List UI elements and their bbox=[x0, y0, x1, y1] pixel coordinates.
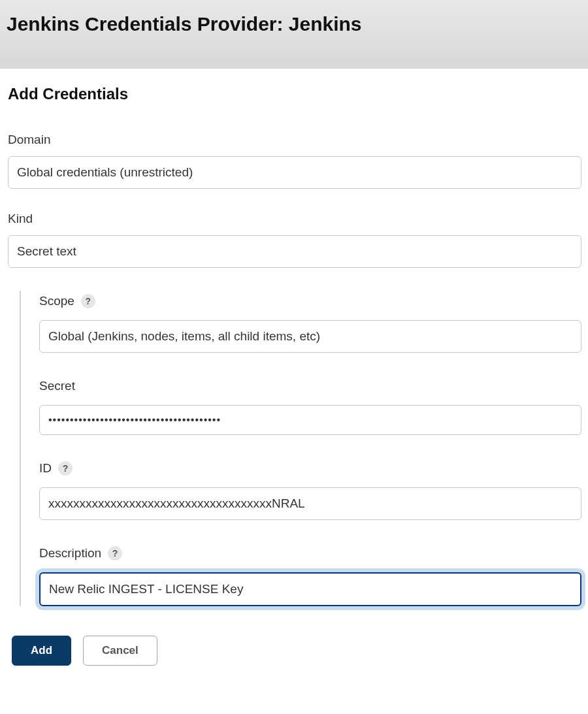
help-icon[interactable]: ? bbox=[81, 294, 95, 308]
secret-field-group: Secret bbox=[39, 379, 581, 435]
id-input[interactable] bbox=[39, 487, 581, 520]
id-field-group: ID ? bbox=[39, 461, 581, 520]
scope-label-row: Scope ? bbox=[39, 294, 581, 308]
domain-label: Domain bbox=[8, 133, 581, 147]
description-label-row: Description ? bbox=[39, 546, 581, 560]
dialog-content: Add Credentials Domain Kind Scope ? Secr… bbox=[0, 69, 588, 629]
id-label-row: ID ? bbox=[39, 461, 581, 476]
cancel-button[interactable]: Cancel bbox=[83, 636, 157, 666]
section-title: Add Credentials bbox=[8, 85, 581, 103]
dialog-title: Jenkins Credentials Provider: Jenkins bbox=[7, 13, 581, 35]
domain-select[interactable] bbox=[8, 156, 581, 189]
scope-label: Scope bbox=[39, 294, 74, 308]
kind-select[interactable] bbox=[8, 235, 581, 268]
help-icon[interactable]: ? bbox=[108, 546, 122, 560]
kind-details-section: Scope ? Secret ID ? Description ? bbox=[20, 291, 581, 606]
scope-select[interactable] bbox=[39, 320, 581, 353]
kind-label: Kind bbox=[8, 212, 581, 226]
add-button[interactable]: Add bbox=[12, 636, 71, 666]
id-label: ID bbox=[39, 461, 52, 476]
description-label: Description bbox=[39, 546, 101, 560]
secret-input[interactable] bbox=[39, 405, 581, 435]
dialog-button-row: Add Cancel bbox=[0, 629, 588, 679]
description-input[interactable] bbox=[39, 572, 581, 606]
dialog-header: Jenkins Credentials Provider: Jenkins bbox=[0, 0, 588, 69]
domain-field-group: Domain bbox=[8, 133, 581, 189]
secret-label: Secret bbox=[39, 379, 581, 393]
kind-field-group: Kind bbox=[8, 212, 581, 268]
help-icon[interactable]: ? bbox=[58, 461, 73, 476]
description-field-group: Description ? bbox=[39, 546, 581, 606]
scope-field-group: Scope ? bbox=[39, 294, 581, 353]
